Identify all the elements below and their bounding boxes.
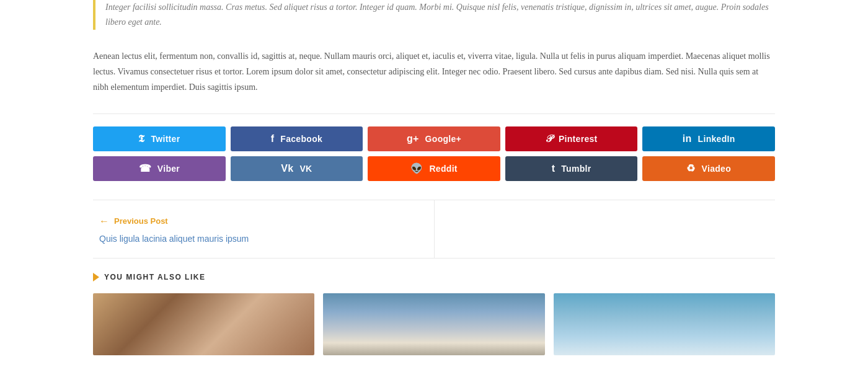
also-like-image-2[interactable]	[323, 293, 544, 355]
pinterest-label: Pinterest	[559, 134, 598, 144]
googleplus-button[interactable]: g+ Google+	[368, 126, 500, 151]
viber-icon: ☎	[139, 164, 151, 174]
quote-block: Integer facilisi sollicitudin massa. Cra…	[93, 0, 775, 30]
facebook-button[interactable]: f Facebook	[231, 126, 363, 151]
divider-top	[93, 113, 775, 114]
pinterest-button[interactable]: 𝒫 Pinterest	[505, 126, 638, 151]
viadeo-label: Viadeo	[702, 164, 731, 174]
post-navigation: ← Previous Post Quis ligula lacinia aliq…	[93, 200, 775, 259]
previous-post-title[interactable]: Quis ligula lacinia aliquet mauris ipsum	[99, 233, 428, 246]
also-like-image-3[interactable]	[554, 293, 775, 355]
tumblr-label: Tumblr	[561, 164, 591, 174]
facebook-label: Facebook	[280, 134, 322, 144]
reddit-label: Reddit	[429, 164, 457, 174]
linkedin-icon: in	[683, 134, 692, 144]
also-like-image-1[interactable]	[93, 293, 314, 355]
viber-label: Viber	[157, 164, 180, 174]
next-post-nav	[435, 200, 776, 258]
vk-button[interactable]: Vk VK	[231, 156, 363, 181]
social-row-2: ☎ Viber Vk VK 👽 Reddit t Tumblr ♻ Viadeo	[93, 156, 775, 181]
pinterest-icon: 𝒫	[546, 134, 552, 144]
previous-post-nav[interactable]: ← Previous Post Quis ligula lacinia aliq…	[93, 200, 435, 258]
reddit-icon: 👽	[410, 164, 423, 174]
linkedin-button[interactable]: in LinkedIn	[642, 126, 775, 151]
also-like-heading: YOU MIGHT ALSO LIKE	[93, 271, 775, 283]
tumblr-button[interactable]: t Tumblr	[505, 156, 638, 181]
twitter-label: Twitter	[151, 134, 180, 144]
linkedin-label: LinkedIn	[698, 134, 735, 144]
twitter-button[interactable]: 𝕿 Twitter	[93, 126, 226, 151]
googleplus-label: Google+	[425, 134, 462, 144]
social-share-section: 𝕿 Twitter f Facebook g+ Google+ 𝒫 Pinter…	[93, 126, 775, 181]
social-row-1: 𝕿 Twitter f Facebook g+ Google+ 𝒫 Pinter…	[93, 126, 775, 151]
viadeo-button[interactable]: ♻ Viadeo	[642, 156, 775, 181]
viber-button[interactable]: ☎ Viber	[93, 156, 226, 181]
viadeo-icon: ♻	[686, 164, 695, 174]
facebook-icon: f	[271, 134, 275, 144]
also-like-images	[93, 293, 775, 355]
tumblr-icon: t	[552, 164, 556, 174]
vk-icon: Vk	[281, 164, 293, 174]
vk-label: VK	[299, 164, 312, 174]
also-like-section: YOU MIGHT ALSO LIKE	[93, 271, 775, 355]
left-arrow-icon: ←	[99, 213, 109, 229]
twitter-icon: 𝕿	[138, 134, 144, 144]
googleplus-icon: g+	[407, 134, 419, 144]
reddit-button[interactable]: 👽 Reddit	[368, 156, 500, 181]
body-paragraph: Aenean lectus elit, fermentum non, conva…	[93, 48, 775, 95]
quote-text: Integer facilisi sollicitudin massa. Cra…	[105, 2, 769, 27]
previous-post-label: ← Previous Post	[99, 213, 428, 229]
